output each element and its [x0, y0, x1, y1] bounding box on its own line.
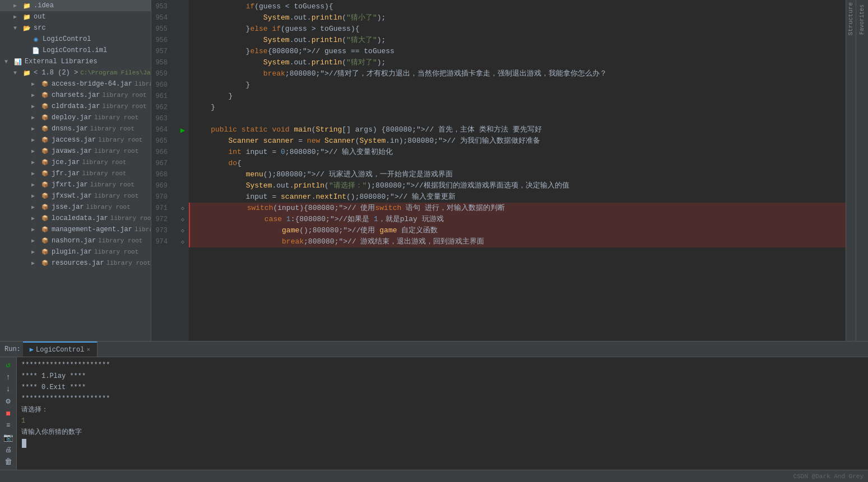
jar-name: plugin.jar: [52, 248, 92, 256]
sidebar-item-src[interactable]: ▼ 📂 src: [0, 22, 151, 34]
sidebar-item-logiccontrol-java[interactable]: ◉ LogicControl: [0, 34, 151, 45]
sidebar-item-out[interactable]: ▶ 📁 out: [0, 11, 151, 22]
run-tab[interactable]: ▶ LogicControl ×: [23, 341, 98, 357]
collapse-arrow: ▼: [4, 59, 13, 65]
file-tree: ▶ 📁 .idea ▶ 📁 out ▼ 📂 src ◉ LogicControl: [0, 0, 151, 341]
gutter-item: [177, 91, 189, 102]
jar-icon: 📦: [40, 214, 49, 223]
sidebar-item-jar[interactable]: ▶ 📦 deploy.jar library root: [0, 112, 151, 123]
collapse-arrow: ▶: [31, 249, 40, 255]
jar-name: localedata.jar: [52, 214, 108, 222]
settings-button[interactable]: ⚙: [2, 396, 15, 407]
sidebar-item-jar[interactable]: ▶ 📦 resources.jar library root: [0, 258, 151, 269]
sidebar-item-jar[interactable]: ▶ 📦 nashorn.jar library root: [0, 235, 151, 246]
collapse-arrow: ▶: [31, 226, 40, 233]
jar-type: library root: [90, 181, 134, 188]
sidebar-item-jar[interactable]: ▶ 📦 javaws.jar library root: [0, 146, 151, 157]
jar-name: jfxswt.jar: [52, 192, 92, 200]
structure-tab[interactable]: Structure: [846, 0, 856, 38]
sidebar-item-jar[interactable]: ▶ 📦 localedata.jar library root: [0, 213, 151, 224]
code-line: Scanner scanner = new Scanner(System.in)…: [189, 135, 846, 147]
favorites-tab[interactable]: Favorites: [858, 2, 866, 37]
sidebar-item-jar[interactable]: ▶ 📦 management-agent.jar library root: [0, 224, 151, 235]
sidebar-item-jar[interactable]: ▶ 📦 jsse.jar library root: [0, 202, 151, 213]
sidebar-item-jar[interactable]: ▶ 📦 access-bridge-64.jar library root: [0, 78, 151, 90]
code-line: public static void main(String[] args) {…: [189, 124, 846, 135]
jar-icon: 📦: [40, 203, 49, 212]
sidebar-item-jar[interactable]: ▶ 📦 dnsns.jar library root: [0, 123, 151, 134]
scroll-down-button[interactable]: ↓: [2, 383, 15, 395]
sidebar-item-jdk[interactable]: ▼ 📁 < 1.8 (2) > C:\Program Files\Java\jd…: [0, 67, 151, 78]
jar-name: jce.jar: [52, 158, 80, 166]
code-line: }: [189, 102, 846, 113]
sidebar-item-ext-libs[interactable]: ▼ 📊 External Libraries: [0, 56, 151, 67]
sidebar-item-label: External Libraries: [25, 58, 98, 65]
jar-type: library root: [86, 204, 131, 210]
collapse-arrow: ▶: [31, 215, 40, 222]
code-line: }: [189, 79, 846, 91]
gutter-item: [177, 46, 189, 57]
collapse-arrow: ▶: [31, 193, 40, 199]
gutter-item: ◇: [177, 236, 189, 247]
jar-name: jfr.jar: [52, 170, 80, 177]
wrap-button[interactable]: ≡: [2, 420, 15, 431]
code-line: }: [189, 91, 846, 102]
collapse-arrow: ▶: [31, 103, 40, 110]
jar-type: library root: [98, 237, 142, 244]
sidebar-item-jar[interactable]: ▶ 📦 jaccess.jar library root: [0, 134, 151, 146]
code-line: break;808080;">//猜对了，才有权力退出，当然你把游戏插卡拿走，强…: [189, 68, 846, 79]
jar-icon: 📦: [40, 135, 49, 144]
gutter: ▶◇◇◇◇: [177, 0, 189, 341]
sidebar-item-jar[interactable]: ▶ 📦 jfxswt.jar library root: [0, 190, 151, 202]
clear-button[interactable]: 🗑: [2, 456, 15, 467]
sidebar-item-jar[interactable]: ▶ 📦 jfr.jar library root: [0, 168, 151, 179]
sidebar-item-jar[interactable]: ▶ 📦 plugin.jar library root: [0, 246, 151, 258]
rerun-button[interactable]: ↺: [2, 359, 15, 371]
jdk-icon: 📁: [22, 68, 31, 77]
library-icon: 📊: [13, 57, 22, 66]
sidebar-item-label: src: [34, 24, 46, 32]
jar-icon: 📦: [40, 259, 49, 268]
gutter-item: [177, 57, 189, 68]
scroll-up-button[interactable]: ↑: [2, 372, 15, 383]
jar-icon: 📦: [40, 124, 49, 133]
sidebar-item-jar[interactable]: ▶ 📦 charsets.jar library root: [0, 90, 151, 101]
sidebar-item-idea[interactable]: ▶ 📁 .idea: [0, 0, 151, 11]
collapse-arrow: ▶: [31, 181, 40, 188]
sidebar-item-logiccontrol-iml[interactable]: 📄 LogicControl.iml: [0, 45, 151, 56]
print-button[interactable]: 🖨: [2, 444, 15, 456]
gutter-item: [177, 35, 189, 46]
code-line: }else if(guess > toGuess){: [189, 24, 846, 35]
collapse-arrow: ▶: [31, 137, 40, 143]
sidebar-item-jar[interactable]: ▶ 📦 jce.jar library root: [0, 157, 151, 168]
camera-button[interactable]: 📷: [2, 432, 15, 443]
jar-name: jaccess.jar: [52, 136, 96, 144]
jar-icon: 📦: [40, 102, 49, 111]
sidebar-item-jar[interactable]: ▶ 📦 jfxrt.jar library root: [0, 179, 151, 190]
jar-icon: 📦: [40, 236, 49, 245]
folder-open-icon: 📂: [22, 24, 31, 32]
folder-icon: 📁: [22, 12, 31, 21]
run-tab-close[interactable]: ×: [86, 347, 90, 353]
gutter-item: ▶: [177, 124, 189, 135]
cursor-line: [21, 438, 864, 449]
run-output-line: **********************: [21, 359, 864, 371]
code-line: int input = 0;808080;">// 输入变量初始化: [189, 147, 846, 158]
jdk-path: C:\Program Files\Java\jdk1.8.0_301: [80, 69, 151, 76]
jar-type: library root: [110, 215, 151, 222]
gutter-item: [177, 79, 189, 91]
gutter-item: [177, 147, 189, 158]
stop-button[interactable]: ■: [2, 408, 15, 419]
gutter-item: ◇: [177, 214, 189, 225]
jar-type: library root: [82, 170, 126, 177]
gutter-item: [177, 24, 189, 35]
jar-icon: 📦: [40, 225, 49, 234]
jar-type: library root: [102, 92, 146, 99]
code-line: if(guess < toGuess){: [189, 1, 846, 12]
sidebar-item-jar[interactable]: ▶ 📦 cldrdata.jar library root: [0, 101, 151, 112]
code-line: [189, 113, 846, 124]
collapse-arrow: ▼: [13, 70, 22, 76]
collapse-arrow: ▶: [31, 125, 40, 132]
run-output-line: 请输入你所猜的数字: [21, 427, 864, 438]
jar-icon: 📦: [40, 91, 49, 100]
